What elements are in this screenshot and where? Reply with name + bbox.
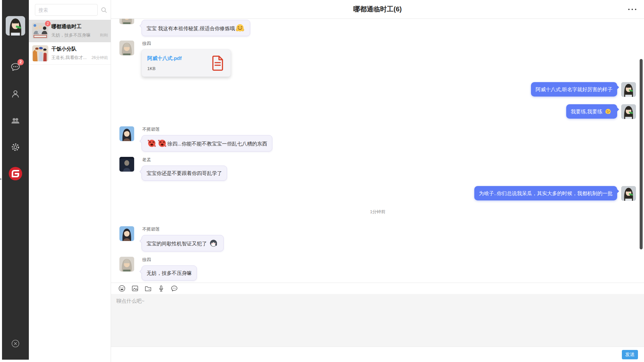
- sender-name: 徐四: [142, 257, 197, 263]
- baobao-avatar[interactable]: [621, 104, 636, 119]
- message-row: 老孟宝宝你还是不要跟着你四哥乱学了: [119, 157, 636, 181]
- message-text: 无妨，技多不压身嘛: [147, 270, 192, 276]
- message-bubble: 为啥子..你们总说我呆瓜，其实大多的时候，我都机制的一批: [474, 186, 617, 200]
- chat-item-time: 刚刚: [100, 33, 108, 38]
- message-bubble: 徐四...你能不能不教宝宝一些乱七八糟的东西: [142, 135, 272, 152]
- angry-face-emoji: [158, 139, 167, 148]
- folder-icon[interactable]: [144, 285, 152, 292]
- chat-history-icon[interactable]: [170, 285, 178, 292]
- message-text: 徐四...你能不能不教宝宝一些乱七八糟的东西: [167, 141, 267, 146]
- message-text: 阿威十八式,听名字就好厉害的样子: [536, 86, 612, 92]
- close-icon[interactable]: [10, 339, 20, 349]
- message-row: 宝宝 我这有本祖传秘笈,很适合你修炼哦: [119, 20, 636, 36]
- chat-title: 哪都通临时工(6): [353, 5, 401, 14]
- sender-name: 徐四: [142, 41, 231, 47]
- bubble-tail: [140, 239, 144, 243]
- composer-footer: 发送: [111, 347, 644, 362]
- composer: [111, 294, 644, 347]
- message-bubble: 宝宝 我这有本祖传秘笈,很适合你修炼哦: [142, 20, 250, 36]
- file-message-card[interactable]: 阿威十八式.pdf1KB: [142, 49, 231, 77]
- melting-face-emoji: [604, 108, 612, 115]
- message-row: 我要练,我要练: [119, 104, 636, 119]
- xusi-avatar[interactable]: [119, 257, 134, 272]
- xusi-avatar[interactable]: [119, 41, 134, 55]
- chat-header: 哪都通临时工(6): [111, 0, 644, 19]
- message-row: 徐四无妨，技多不压身嘛: [119, 257, 636, 281]
- xusi-avatar[interactable]: [119, 19, 134, 24]
- chat-list: 2哪都通临时工无妨，技多不压身嘛刚刚干饭小分队王道长,我看你才...26分钟前: [29, 20, 111, 65]
- bubble-tail: [615, 107, 619, 112]
- more-menu-icon[interactable]: [627, 6, 637, 12]
- message-bubble: 阿威十八式,听名字就好厉害的样子: [531, 82, 617, 97]
- unread-badge: 2: [17, 59, 24, 65]
- penguin-emoji: [209, 239, 218, 248]
- image-icon[interactable]: [131, 285, 139, 292]
- chat-item-title: 干饭小分队: [51, 46, 108, 52]
- unread-badge: 2: [45, 21, 51, 26]
- scrollbar-thumb[interactable]: [640, 59, 643, 249]
- bubble-tail: [140, 169, 144, 174]
- bubble-tail: [140, 23, 144, 28]
- sender-name: 老孟: [142, 157, 227, 163]
- chat-window: 哪都通临时工(6) 宝宝 我这有本祖传秘笈,很适合你修炼哦徐四阿威十八式.pdf…: [111, 0, 644, 362]
- sender-name: 不摇碧莲: [142, 226, 224, 232]
- message-bubble: 我要练,我要练: [566, 104, 617, 119]
- angry-face-emoji: [147, 139, 156, 148]
- time-divider: 1分钟前: [119, 209, 636, 215]
- user-avatar[interactable]: [6, 16, 25, 36]
- bubble-tail: [615, 189, 619, 193]
- search-bar: [29, 0, 111, 20]
- emoji-icon[interactable]: [118, 285, 126, 292]
- chat-item-time: 26分钟前: [92, 55, 108, 61]
- message-bubble: 无妨，技多不压身嘛: [142, 265, 197, 281]
- message-bubble: 宝宝你还是不要跟着你四哥乱学了: [142, 166, 227, 181]
- chat-item-last-message: 无妨，技多不压身嘛: [51, 32, 91, 38]
- group-ganfan-avatar: [32, 45, 48, 61]
- bubble-tail: [140, 139, 144, 143]
- bubble-tail: [140, 269, 144, 274]
- baobao-avatar[interactable]: [621, 82, 636, 97]
- message-text: 我要练,我要练: [571, 109, 604, 114]
- message-bubble: 宝宝的间歇性机智证又犯了: [142, 235, 224, 251]
- message-area: 宝宝 我这有本祖传秘笈,很适合你修炼哦徐四阿威十八式.pdf1KB阿威十八式,听…: [111, 19, 644, 283]
- composer-toolbar: [111, 283, 644, 294]
- panel-expander-icon[interactable]: ▸: [0, 177, 2, 181]
- app-sidebar: 2: [2, 0, 29, 360]
- search-icon[interactable]: [101, 7, 107, 13]
- hugging-face-emoji: [235, 23, 245, 33]
- sender-name: 不摇碧莲: [142, 126, 272, 132]
- group-nadu-avatar: 2: [32, 23, 48, 39]
- message-row: 徐四阿威十八式.pdf1KB: [119, 41, 636, 77]
- settings-icon[interactable]: [10, 142, 20, 152]
- chat-icon[interactable]: 2: [10, 62, 20, 72]
- group-icon[interactable]: [10, 116, 20, 126]
- message-text: 为啥子..你们总说我呆瓜，其实大多的时候，我都机制的一批: [479, 190, 612, 196]
- chat-item-title: 哪都通临时工: [51, 23, 108, 30]
- chat-list-panel: 2哪都通临时工无妨，技多不压身嘛刚刚干饭小分队王道长,我看你才...26分钟前: [29, 0, 111, 362]
- laomeng-avatar[interactable]: [119, 157, 134, 172]
- file-size: 1KB: [147, 66, 182, 71]
- bubble-tail: [615, 85, 619, 89]
- send-button[interactable]: 发送: [622, 350, 638, 359]
- message-text: 宝宝 我这有本祖传秘笈,很适合你修炼哦: [147, 25, 235, 31]
- message-row: 不摇碧莲徐四...你能不能不教宝宝一些乱七八糟的东西: [119, 126, 636, 152]
- chat-list-item[interactable]: 2哪都通临时工无妨，技多不压身嘛刚刚: [29, 20, 111, 42]
- search-input[interactable]: [35, 4, 98, 16]
- gitee-logo[interactable]: [9, 167, 22, 180]
- file-name: 阿威十八式.pdf: [147, 55, 182, 62]
- builian-avatar[interactable]: [119, 226, 134, 241]
- builian-avatar[interactable]: [119, 126, 134, 141]
- message-text: 宝宝的间歇性机智证又犯了: [147, 241, 208, 246]
- baobao-avatar[interactable]: [621, 186, 636, 201]
- message-input[interactable]: [111, 294, 644, 347]
- contacts-icon[interactable]: [10, 89, 20, 99]
- message-row: 不摇碧莲宝宝的间歇性机智证又犯了: [119, 226, 636, 251]
- message-row: 阿威十八式,听名字就好厉害的样子: [119, 82, 636, 97]
- chat-list-item[interactable]: 干饭小分队王道长,我看你才...26分钟前: [29, 42, 111, 65]
- message-row: 为啥子..你们总说我呆瓜，其实大多的时候，我都机制的一批: [119, 186, 636, 201]
- chat-item-last-message: 王道长,我看你才...: [51, 55, 87, 61]
- mic-icon[interactable]: [157, 285, 165, 292]
- pdf-icon: [210, 55, 225, 71]
- message-text: 宝宝你还是不要跟着你四哥乱学了: [147, 170, 222, 176]
